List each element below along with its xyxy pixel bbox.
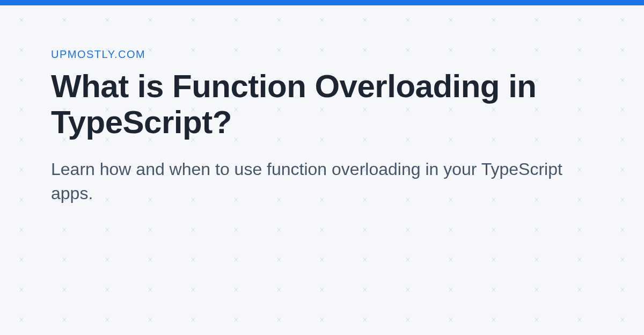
site-name: UPMOSTLY.COM — [51, 48, 593, 61]
content-container: UPMOSTLY.COM What is Function Overloadin… — [0, 5, 644, 206]
top-accent-bar — [0, 0, 644, 5]
page-headline: What is Function Overloading in TypeScri… — [51, 68, 593, 140]
page-description: Learn how and when to use function overl… — [51, 157, 588, 206]
